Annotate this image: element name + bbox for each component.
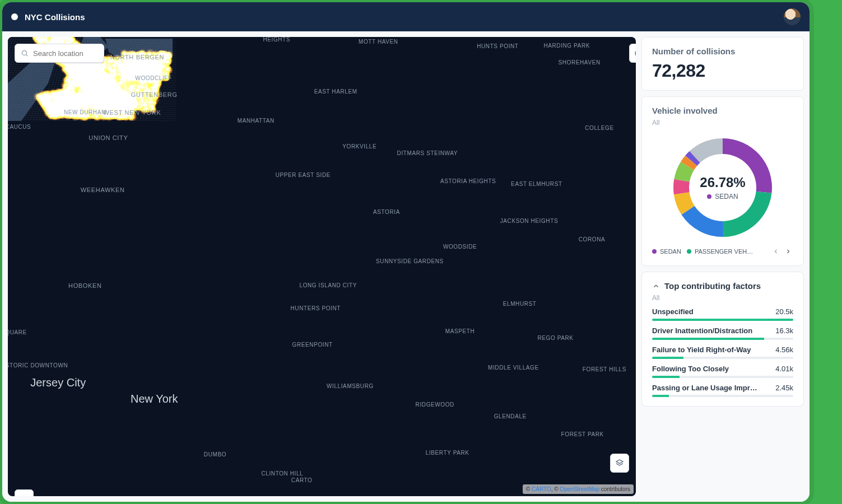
status-dot-icon <box>11 13 18 20</box>
body: North BergenWOODCLIFFGuttenbergWest New … <box>2 31 810 502</box>
factor-row[interactable]: Passing or Lane Usage Impr…2.45k <box>652 384 793 397</box>
carto-link[interactable]: CARTO <box>532 486 551 492</box>
info-button[interactable] <box>629 44 636 63</box>
factor-value: 20.5k <box>775 307 793 316</box>
svg-line-1 <box>26 55 28 57</box>
app-frame: NYC Collisions North BergenWOODCLIFFGutt… <box>2 2 810 502</box>
factor-row[interactable]: Unspecified20.5k <box>652 307 793 321</box>
factor-bar <box>652 395 793 397</box>
factor-name: Unspecified <box>652 307 694 316</box>
donut-pct: 26.78% <box>700 175 745 190</box>
avatar[interactable] <box>784 8 801 25</box>
legend-row: SEDAN PASSENGER VEH… <box>652 246 793 256</box>
chevron-right-icon <box>785 248 792 255</box>
vehicle-title: Vehicle involved <box>652 106 793 115</box>
search-input[interactable] <box>33 49 98 58</box>
legend-next-button[interactable] <box>783 246 793 256</box>
factor-value: 4.01k <box>775 365 793 373</box>
factors-title: Top contributing factors <box>664 281 761 291</box>
factor-value: 2.45k <box>775 384 793 392</box>
factor-bar <box>652 376 793 378</box>
chevron-left-icon <box>773 248 779 255</box>
info-icon <box>634 49 636 58</box>
vehicle-card: Vehicle involved All 26.78% SEDAN SEDAN … <box>641 96 804 266</box>
factor-bar <box>652 357 793 359</box>
summary-card: Number of collisions 72,282 <box>641 37 804 91</box>
factor-name: Driver Inattention/Distraction <box>652 326 752 335</box>
side-panel: Number of collisions 72,282 Vehicle invo… <box>641 37 804 496</box>
factor-bar <box>652 319 793 321</box>
summary-value: 72,282 <box>652 60 793 81</box>
map-attribution: © CARTO, © OpenStreetMap contributors <box>523 484 634 494</box>
donut-chart[interactable]: 26.78% SEDAN <box>669 134 776 241</box>
svg-point-0 <box>22 50 26 55</box>
vehicle-subtitle: All <box>652 119 793 127</box>
factor-name: Failure to Yield Right-of-Way <box>652 346 751 354</box>
summary-label: Number of collisions <box>652 46 793 56</box>
search-box[interactable] <box>15 44 104 63</box>
factors-card: Top contributing factors All Unspecified… <box>641 272 804 407</box>
layers-button[interactable] <box>610 454 629 473</box>
factor-value: 16.3k <box>775 326 793 335</box>
page-title: NYC Collisions <box>25 12 85 22</box>
top-bar: NYC Collisions <box>2 2 810 31</box>
search-icon <box>21 49 29 57</box>
factor-bar <box>652 338 793 340</box>
donut-center: 26.78% SEDAN <box>669 134 776 241</box>
map[interactable]: North BergenWOODCLIFFGuttenbergWest New … <box>8 37 636 496</box>
factor-row[interactable]: Failure to Yield Right-of-Way4.56k <box>652 346 793 359</box>
legend-prev-button[interactable] <box>771 246 781 256</box>
factor-name: Passing or Lane Usage Impr… <box>652 384 757 392</box>
donut-label: SEDAN <box>715 193 738 200</box>
donut-swatch-icon <box>707 194 711 199</box>
factors-subtitle: All <box>652 294 793 302</box>
layers-icon <box>615 459 624 468</box>
legend-item[interactable]: SEDAN <box>652 248 681 255</box>
factor-name: Following Too Closely <box>652 365 729 373</box>
factor-row[interactable]: Driver Inattention/Distraction16.3k <box>652 326 793 340</box>
svg-point-4 <box>635 50 636 57</box>
zoom-control: + 1 − <box>15 489 34 496</box>
factor-value: 4.56k <box>775 346 793 354</box>
chevron-up-icon[interactable] <box>652 282 660 290</box>
osm-link[interactable]: OpenStreetMap <box>560 486 599 492</box>
zoom-in-button[interactable]: + <box>21 490 26 496</box>
svg-marker-13 <box>616 460 623 464</box>
factor-row[interactable]: Following Too Closely4.01k <box>652 365 793 378</box>
legend-item[interactable]: PASSENGER VEH… <box>687 248 753 255</box>
